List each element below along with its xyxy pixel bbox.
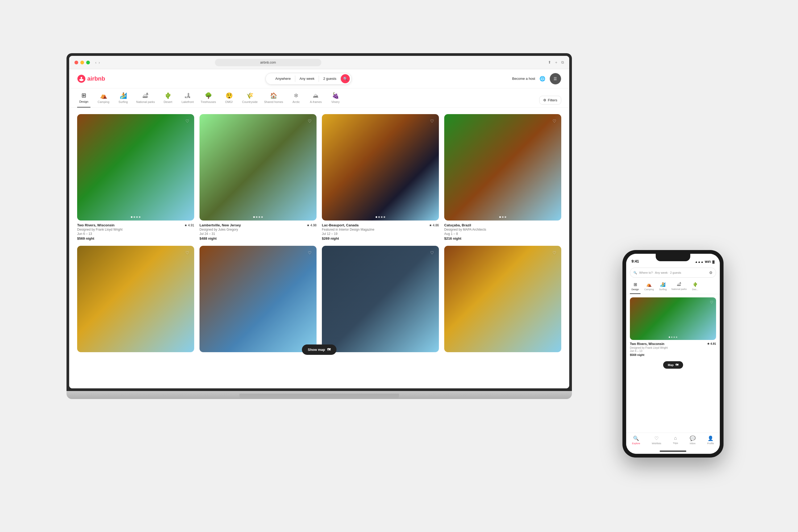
url-bar[interactable]: airbnb.com: [215, 59, 321, 66]
wishlist-heart-7[interactable]: ♡: [428, 249, 436, 256]
lakefront-icon: 🏞: [185, 93, 190, 99]
phone: 9:41 ▲▲▲ WiFi ▓ 🔍 Where to? · Any week ·…: [623, 250, 723, 457]
listing-card-2[interactable]: ♡ Lam: [200, 114, 317, 241]
category-vinery[interactable]: 🍇 Vinery: [329, 93, 342, 107]
traffic-light-minimize[interactable]: [80, 61, 84, 64]
share-icon[interactable]: ⬆: [548, 60, 551, 65]
listing-location-3: Lac-Beauport, Canada: [322, 223, 359, 227]
search-guests[interactable]: 2 guests: [319, 76, 341, 82]
image-dots-2: [253, 216, 263, 218]
category-national-parks[interactable]: 🏕 National parks: [136, 93, 155, 107]
wishlist-heart-1[interactable]: ♡: [184, 117, 191, 125]
listing-price-3: $269 night: [322, 236, 439, 241]
phone-map-button[interactable]: Map 🗺: [663, 361, 683, 369]
search-anywhere[interactable]: Anywhere: [271, 76, 295, 82]
category-nav: ⊞ Design ⛺ Camping 🏄 Surfing 🏕: [69, 88, 569, 108]
traffic-light-close[interactable]: [75, 61, 78, 64]
dot: [381, 216, 382, 218]
image-dots-1: [131, 216, 140, 218]
user-menu[interactable]: ☰: [550, 73, 561, 84]
tabs-icon[interactable]: ⧉: [561, 60, 564, 65]
listing-price-4: $216 night: [444, 236, 561, 241]
wishlist-heart-3[interactable]: ♡: [428, 117, 436, 125]
phone-cat-camping[interactable]: ⛺ Camping: [644, 282, 654, 294]
phone-cat-design[interactable]: ⊞ Design: [630, 282, 641, 294]
treehouses-icon: 🌳: [205, 93, 212, 99]
phone-desert-icon: 🌵: [693, 282, 698, 287]
wishlist-heart-4[interactable]: ♡: [551, 117, 558, 125]
arctic-icon: ❄: [294, 93, 299, 99]
phone-nav-profile[interactable]: 👤 Profile: [707, 435, 714, 445]
category-aframes[interactable]: ⛰ A-frames: [309, 93, 322, 107]
phone-search-text: Where to? · Any week · 2 guests: [639, 271, 681, 274]
category-countryside[interactable]: 🌾 Countryside: [242, 93, 258, 107]
become-host-link[interactable]: Become a host: [512, 77, 535, 81]
traffic-light-maximize[interactable]: [86, 61, 90, 64]
laptop-lid: ‹ › airbnb.com ⬆ ＋ ⧉: [66, 53, 572, 391]
airbnb-logo-text: airbnb: [87, 75, 105, 82]
map-icon: 🗺: [327, 348, 331, 352]
wishlist-heart-8[interactable]: ♡: [551, 249, 558, 256]
phone-dot: [669, 337, 670, 338]
phone-nav-wishlists-label: Wishlists: [652, 442, 661, 445]
filters-button[interactable]: ⚙ Filters: [539, 96, 561, 104]
phone-wishlist-heart[interactable]: ♡: [710, 300, 714, 304]
category-omg[interactable]: 😲 OMG!: [222, 93, 236, 107]
wishlist-heart-5[interactable]: ♡: [184, 249, 191, 256]
search-button[interactable]: 🔍: [341, 74, 350, 83]
category-design-label: Design: [79, 100, 88, 103]
category-arctic[interactable]: ❄ Arctic: [289, 93, 303, 107]
listing-card-3[interactable]: ♡ Lac: [322, 114, 439, 241]
phone-camping-label: Camping: [644, 288, 654, 291]
listing-card-4[interactable]: ♡ Catuçaba, Brazil: [444, 114, 561, 241]
phone-filters-icon[interactable]: ⚙: [709, 270, 712, 275]
dot: [378, 216, 380, 218]
wishlist-heart-2[interactable]: ♡: [306, 117, 314, 125]
category-camping[interactable]: ⛺ Camping: [97, 93, 110, 107]
listing-rating-2: ★ 4.98: [307, 224, 317, 227]
nav-forward[interactable]: ›: [99, 60, 100, 65]
phone-cat-desert[interactable]: 🌵 Des...: [690, 282, 701, 294]
phone-nav-profile-label: Profile: [707, 442, 714, 445]
phone-nav-trips[interactable]: ⌂ Trips: [673, 435, 678, 444]
phone-nav-trips-label: Trips: [673, 442, 678, 444]
show-map-button[interactable]: Show map 🗺: [302, 344, 337, 355]
listing-desc-1: Designed by Frank Lloyd Wright: [77, 228, 194, 231]
listing-card-7[interactable]: ♡: [322, 246, 439, 355]
listing-card-8[interactable]: ♡: [444, 246, 561, 355]
phone-map-icon: 🗺: [676, 363, 678, 366]
phone-cat-national-parks[interactable]: 🏕 National parks: [671, 282, 687, 294]
phone-dot: [673, 337, 675, 338]
category-lakefront[interactable]: 🏞 Lakefront: [181, 93, 194, 107]
battery-icon: ▓: [712, 260, 715, 263]
phone-nav-inbox[interactable]: 💬 Inbox: [690, 435, 696, 445]
globe-icon[interactable]: 🌐: [539, 76, 545, 82]
phone-indicators: ▲▲▲ WiFi ▓: [695, 260, 715, 263]
listing-card-1[interactable]: ♡ Two: [77, 114, 194, 241]
new-tab-icon[interactable]: ＋: [554, 60, 558, 65]
category-surfing[interactable]: 🏄 Surfing: [116, 93, 130, 107]
category-shared-homes[interactable]: 🏠 Shared homes: [264, 93, 283, 107]
search-any-week[interactable]: Any week: [295, 76, 319, 82]
listing-card-5[interactable]: ♡: [77, 246, 194, 355]
listing-card-6[interactable]: ♡: [200, 246, 317, 355]
phone-search-bar[interactable]: 🔍 Where to? · Any week · 2 guests ⚙: [630, 268, 716, 278]
category-desert[interactable]: 🌵 Desert: [161, 93, 174, 107]
search-bar[interactable]: Anywhere Any week 2 guests 🔍: [265, 73, 352, 84]
category-treehouses[interactable]: 🌳 Treehouses: [201, 93, 216, 107]
location-row-1: Two Rivers, Wisconsin ★ 4.91: [77, 223, 194, 227]
phone-nav-wishlists[interactable]: ♡ Wishlists: [652, 435, 661, 445]
show-map-label: Show map: [308, 348, 325, 352]
wishlist-heart-6[interactable]: ♡: [306, 249, 314, 256]
category-design[interactable]: ⊞ Design: [77, 93, 91, 108]
browser-bar: ‹ › airbnb.com ⬆ ＋ ⧉: [69, 56, 569, 69]
phone-cat-surfing[interactable]: 🏄 Surfing: [658, 282, 668, 294]
phone-search-icon: 🔍: [633, 271, 637, 274]
listing-dates-3: Jul 12 – 19: [322, 232, 439, 236]
nav-back[interactable]: ‹: [95, 60, 97, 65]
phone-nav-explore[interactable]: 🔍 Explore: [632, 435, 640, 445]
airbnb-logo[interactable]: airbnb: [77, 75, 105, 83]
phone-national-icon: 🏕: [677, 282, 681, 287]
listing-rating-1: ★ 4.91: [184, 224, 194, 227]
phone-design-label: Design: [631, 288, 639, 291]
